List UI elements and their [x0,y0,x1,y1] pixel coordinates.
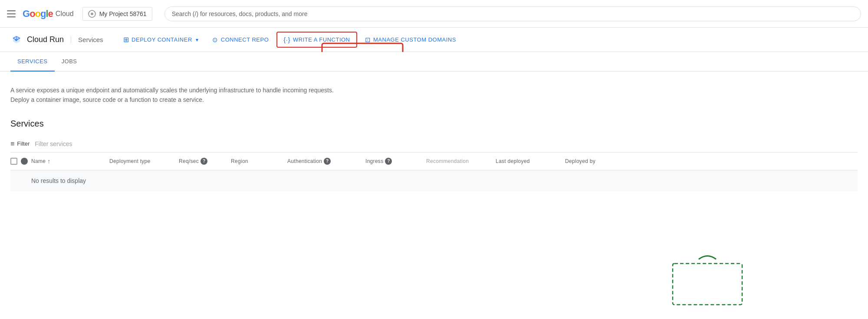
search-placeholder: Search (/) for resources, docs, products… [172,10,308,17]
secondary-toolbar: Cloud Run Services ⊞ DEPLOY CONTAINER ▾ … [0,28,868,52]
tabs-bar: SERVICES JOBS [0,52,868,72]
table-header-row: Name ↑ Deployment type Req/sec ? Region … [10,153,858,170]
status-indicator [21,158,28,165]
project-icon [88,10,96,18]
connect-repo-button[interactable]: ⊙ CONNECT REPO [206,33,275,47]
cloud-run-text: Cloud Run [27,35,64,44]
tab-services[interactable]: SERVICES [10,52,55,72]
write-function-button[interactable]: {·} WRITE A FUNCTION [276,32,357,48]
google-cloud-logo[interactable]: Google Cloud [23,8,74,20]
deploy-container-button[interactable]: ⊞ DEPLOY CONTAINER ▾ [117,32,205,47]
main-content: A service exposes a unique endpoint and … [0,72,868,205]
req-help-icon[interactable]: ? [201,158,207,165]
ingress-help-icon[interactable]: ? [385,158,392,165]
header-name[interactable]: Name ↑ [31,158,109,165]
connect-repo-label: CONNECT REPO [221,36,269,43]
toolbar-actions: ⊞ DEPLOY CONTAINER ▾ ⊙ CONNECT REPO {·} … [117,32,858,48]
header-recommendation: Recommendation [426,158,496,164]
project-selector[interactable]: My Project 58761 [82,7,152,21]
select-all-checkbox[interactable] [10,158,17,165]
header-authentication: Authentication ? [287,158,365,165]
no-results-text: No results to display [31,177,86,184]
description-line2: Deploy a container image, source code or… [10,95,358,104]
hamburger-menu[interactable] [7,9,17,19]
filter-placeholder[interactable]: Filter services [35,140,72,147]
auth-help-icon[interactable]: ? [324,158,331,165]
no-results-row: No results to display [10,170,858,191]
write-function-label: WRITE A FUNCTION [293,36,350,43]
filter-button[interactable]: ≡ Filter [10,140,30,148]
github-icon: ⊙ [212,36,218,44]
cloud-run-icon [10,34,23,46]
filter-bar: ≡ Filter Filter services [10,136,858,153]
manage-domains-label: MANAGE CUSTOM DOMAINS [373,36,456,43]
manage-custom-domains-button[interactable]: ⊡ MANAGE CUSTOM DOMAINS [359,33,462,47]
tab-jobs[interactable]: JOBS [55,52,84,72]
cloud-run-label: Cloud Run [10,34,64,46]
plus-icon: ⊞ [123,36,129,44]
deploy-container-label: DEPLOY CONTAINER [132,36,192,43]
chevron-down-icon: ▾ [196,37,199,43]
filter-label: Filter [17,140,30,147]
services-table: Name ↑ Deployment type Req/sec ? Region … [10,153,858,191]
header-region: Region [231,158,287,164]
header-deployed-by: Deployed by [565,158,626,164]
description-text: A service exposes a unique endpoint and … [10,85,358,105]
google-g-icon: Google [23,8,53,20]
function-icon: {·} [283,36,290,43]
cloud-logo-text: Cloud [56,10,74,18]
description-line1: A service exposes a unique endpoint and … [10,85,358,95]
top-navigation: Google Cloud My Project 58761 Search (/)… [0,0,868,28]
services-section-title: Services [10,119,858,129]
domains-icon: ⊡ [365,36,371,44]
search-bar[interactable]: Search (/) for resources, docs, products… [164,7,861,21]
header-deployment-type: Deployment type [109,158,179,164]
sort-arrow-icon: ↑ [47,158,50,165]
header-req-sec: Req/sec ? [179,158,231,165]
project-name: My Project 58761 [99,10,147,17]
services-breadcrumb: Services [71,36,110,43]
filter-icon: ≡ [10,140,14,148]
header-checkbox-col [10,158,31,165]
header-ingress: Ingress ? [365,158,426,165]
header-last-deployed: Last deployed [496,158,565,164]
